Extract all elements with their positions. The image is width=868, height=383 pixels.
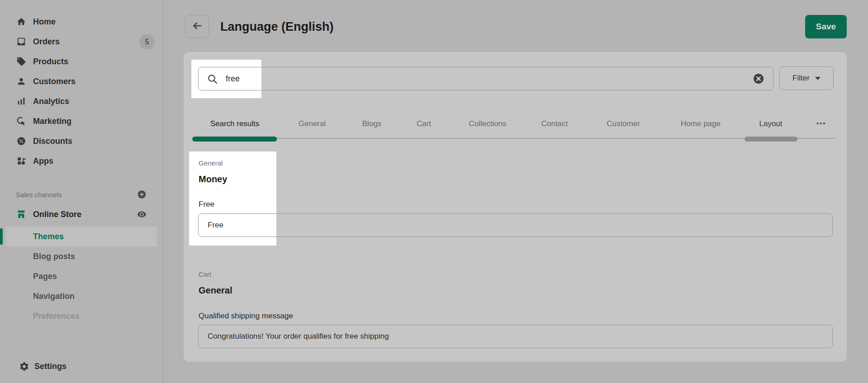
save-button[interactable]: Save [805, 15, 847, 38]
sales-channels-label: Sales channels [16, 191, 62, 199]
tab-blogs[interactable]: Blogs [362, 119, 382, 128]
hovered-tab-underline [744, 137, 797, 142]
app-window: Home Orders 5 Products Customers [0, 0, 868, 383]
sidebar-item-analytics[interactable]: Analytics [0, 91, 163, 111]
filter-label: Filter [792, 74, 810, 83]
gear-icon [19, 361, 29, 372]
target-cursor-icon [16, 116, 26, 126]
field-label: Qualified shipping message [199, 312, 293, 321]
sidebar-item-settings[interactable]: Settings [0, 356, 163, 376]
sidebar-nav: Home Orders 5 Products Customers [0, 12, 163, 326]
field-label: Free [199, 200, 214, 209]
sidebar-item-pages[interactable]: Pages [0, 266, 163, 286]
view-store-eye-icon[interactable] [137, 210, 147, 219]
sidebar-item-home[interactable]: Home [0, 12, 163, 32]
sidebar-item-products[interactable]: Products [0, 52, 163, 71]
active-tab-underline [192, 137, 277, 142]
sidebar-subitem-label: Themes [33, 232, 64, 241]
selected-row-highlight [5, 227, 157, 246]
tab-contact[interactable]: Contact [541, 119, 568, 128]
tab-divider [192, 138, 835, 139]
tab-general[interactable]: General [299, 119, 326, 128]
sidebar-subitem-label: Preferences [33, 312, 80, 321]
tab-bar: Search results General Blogs Cart Collec… [184, 115, 847, 142]
sidebar-item-apps[interactable]: Apps [0, 151, 163, 171]
orders-count-badge: 5 [139, 34, 155, 49]
sidebar-item-label: Discounts [33, 137, 72, 146]
sidebar-item-customers[interactable]: Customers [0, 71, 163, 91]
sidebar-item-marketing[interactable]: Marketing [0, 111, 163, 131]
online-store-label: Online Store [33, 210, 81, 219]
free-translation-input[interactable] [198, 213, 833, 237]
sidebar-subitem-label: Pages [33, 272, 57, 281]
home-icon [16, 17, 26, 27]
sidebar-item-navigation[interactable]: Navigation [0, 286, 163, 306]
back-button[interactable] [185, 15, 209, 38]
search-input[interactable] [198, 67, 773, 90]
sidebar-item-orders[interactable]: Orders 5 [0, 32, 163, 52]
tab-collections[interactable]: Collections [469, 119, 506, 128]
sidebar-item-blog-posts[interactable]: Blog posts [0, 246, 163, 266]
orders-icon [16, 37, 26, 47]
add-channel-icon[interactable] [137, 190, 147, 199]
section-heading: Money [199, 174, 227, 184]
filter-button[interactable]: Filter [779, 66, 834, 90]
tab-search-results[interactable]: Search results [210, 119, 260, 128]
apps-grid-icon [16, 156, 26, 166]
sidebar-subitem-label: Blog posts [33, 252, 75, 261]
sidebar-item-label: Products [33, 57, 68, 66]
settings-label: Settings [34, 362, 66, 371]
tag-icon [16, 57, 26, 66]
sidebar-item-label: Apps [33, 156, 53, 166]
sidebar-item-preferences[interactable]: Preferences [0, 306, 163, 326]
sidebar-item-label: Customers [33, 77, 76, 86]
page-title: Language (English) [220, 20, 334, 34]
category-label: Cart [199, 270, 211, 278]
tab-layout[interactable]: Layout [759, 119, 782, 128]
tab-customer[interactable]: Customer [607, 119, 640, 128]
sidebar-item-online-store[interactable]: Online Store [0, 204, 163, 224]
shipping-message-input[interactable] [198, 325, 833, 348]
storefront-icon [16, 209, 26, 219]
clear-x-icon [753, 79, 764, 85]
selected-indicator-bar [0, 228, 3, 245]
sidebar-item-discounts[interactable]: Discounts [0, 131, 163, 151]
section-heading: General [199, 285, 232, 296]
tab-overflow-ellipsis[interactable]: ••• [816, 119, 826, 127]
sidebar-item-label: Home [33, 17, 56, 27]
bar-chart-icon [16, 96, 26, 106]
caret-down-icon [815, 77, 821, 80]
sidebar-subitem-label: Navigation [33, 292, 75, 301]
person-icon [16, 76, 26, 86]
sidebar-item-themes[interactable]: Themes [0, 227, 163, 246]
tab-home-page[interactable]: Home page [681, 119, 721, 128]
discount-percent-icon [16, 136, 26, 146]
tab-cart[interactable]: Cart [417, 119, 431, 128]
sales-channels-header: Sales channels [0, 184, 163, 204]
category-label: General [199, 159, 223, 167]
search-field [198, 67, 773, 90]
back-arrow-icon [191, 19, 204, 33]
sidebar: Home Orders 5 Products Customers [0, 0, 163, 383]
clear-search-button[interactable] [753, 73, 764, 84]
main-content: Language (English) Save Filter [163, 0, 868, 383]
sidebar-item-label: Orders [33, 37, 60, 47]
sidebar-item-label: Analytics [33, 97, 69, 106]
translations-card: Filter Search results General Blogs Cart… [184, 52, 847, 362]
sidebar-item-label: Marketing [33, 117, 71, 126]
